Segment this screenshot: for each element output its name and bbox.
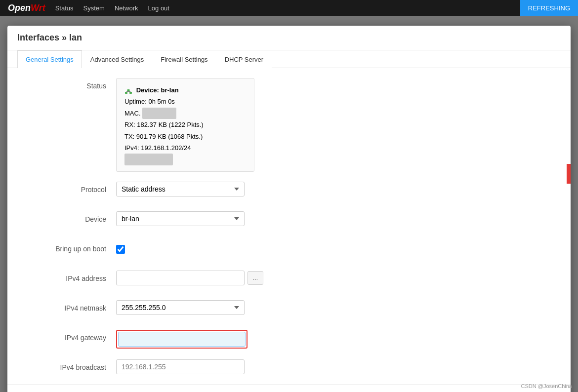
tabs-container: General Settings Advanced Settings Firew…: [7, 50, 571, 68]
logo: OpenWrt: [8, 3, 45, 13]
gateway-highlight-border: 192.168.1.1: [116, 330, 248, 349]
device-row: Device br-lan: [17, 211, 561, 231]
watermark: CSDN @JosenChina: [521, 383, 573, 389]
device-label: Device: [17, 211, 116, 223]
top-nav: Status System Network Log out: [55, 4, 169, 12]
ipv4-netmask-control: 255.255.255.0 255.255.0.0 255.0.0.0: [116, 300, 363, 315]
ipv4-broadcast-label: IPv4 broadcast: [17, 359, 116, 371]
ipv4-address-input[interactable]: 192.168.1.202: [116, 271, 245, 285]
status-row: Status Device: br-lan: [17, 78, 561, 172]
modal-footer: Dismiss Save: [7, 384, 571, 392]
ipv4-gateway-control: 192.168.1.1: [116, 330, 363, 349]
ipv4-address-ellipsis-button[interactable]: ...: [248, 271, 263, 285]
status-extra: [124, 154, 246, 165]
status-device: Device: br-lan: [124, 84, 246, 96]
status-box-container: Device: br-lan Uptime: 0h 5m 0s MAC. RX:…: [116, 78, 363, 172]
protocol-select[interactable]: Static address DHCP client Unmanaged: [116, 182, 245, 196]
device-select[interactable]: br-lan: [116, 211, 245, 226]
status-label: Status: [17, 78, 116, 90]
svg-line-4: [126, 91, 129, 92]
bring-up-label: Bring up on boot: [17, 241, 116, 253]
tab-firewall[interactable]: Firewall Settings: [152, 50, 216, 68]
bring-up-row: Bring up on boot: [17, 241, 561, 261]
modal-title: Interfaces » lan: [17, 33, 82, 42]
device-name: Device: br-lan: [136, 86, 179, 94]
ipv4-gateway-input[interactable]: 192.168.1.1: [118, 332, 246, 347]
right-edge-indicator: [567, 164, 571, 184]
svg-rect-0: [125, 92, 127, 94]
protocol-label: Protocol: [17, 182, 116, 194]
status-rx: RX: 182.37 KB (1222 Pkts.): [124, 119, 246, 130]
tab-dhcp[interactable]: DHCP Server: [216, 50, 272, 68]
modal-header: Interfaces » lan: [7, 26, 571, 50]
ipv4-netmask-select[interactable]: 255.255.255.0 255.255.0.0 255.0.0.0: [116, 300, 245, 315]
tab-advanced[interactable]: Advanced Settings: [82, 50, 152, 68]
bring-up-checkbox[interactable]: [116, 245, 125, 254]
ipv4-address-control: 192.168.1.202 ...: [116, 271, 363, 285]
device-control: br-lan: [116, 211, 363, 226]
svg-rect-1: [129, 92, 132, 94]
modal-body: Status Device: br-lan: [7, 68, 571, 384]
topbar: OpenWrt Status System Network Log out RE…: [0, 0, 578, 16]
ipv4-netmask-row: IPv4 netmask 255.255.255.0 255.255.0.0 2…: [17, 300, 561, 320]
ipv4-address-input-group: 192.168.1.202 ...: [116, 271, 363, 285]
nav-system[interactable]: System: [83, 4, 105, 12]
refresh-button[interactable]: REFRESHING: [520, 0, 578, 16]
status-uptime: Uptime: 0h 5m 0s: [124, 96, 246, 107]
nav-logout[interactable]: Log out: [148, 4, 169, 12]
status-box: Device: br-lan Uptime: 0h 5m 0s MAC. RX:…: [116, 78, 254, 172]
ipv4-gateway-label: IPv4 gateway: [17, 330, 116, 342]
protocol-control: Static address DHCP client Unmanaged: [116, 182, 363, 196]
tab-general[interactable]: General Settings: [17, 50, 82, 68]
status-tx: TX: 901.79 KB (1068 Pkts.): [124, 131, 246, 142]
modal-overlay: Interfaces » lan General Settings Advanc…: [0, 16, 578, 392]
ipv4-broadcast-control: [116, 359, 363, 374]
nav-status[interactable]: Status: [55, 4, 74, 12]
protocol-row: Protocol Static address DHCP client Unma…: [17, 182, 561, 201]
ipv4-broadcast-row: IPv4 broadcast: [17, 359, 561, 379]
status-mac: MAC.: [124, 108, 246, 119]
ipv4-address-label: IPv4 address: [17, 271, 116, 282]
ipv4-broadcast-input[interactable]: [116, 359, 245, 374]
ipv4-address-row: IPv4 address 192.168.1.202 ...: [17, 271, 561, 290]
svg-rect-2: [127, 89, 130, 91]
ipv4-gateway-row: IPv4 gateway 192.168.1.1: [17, 330, 561, 350]
modal-dialog: Interfaces » lan General Settings Advanc…: [7, 26, 571, 392]
svg-line-5: [128, 91, 131, 92]
nav-network[interactable]: Network: [115, 4, 138, 12]
status-ipv4: IPv4: 192.168.1.202/24: [124, 142, 246, 154]
mac-address-redacted: [142, 108, 176, 119]
bring-up-control: [116, 241, 363, 255]
ipv4-netmask-label: IPv4 netmask: [17, 300, 116, 312]
